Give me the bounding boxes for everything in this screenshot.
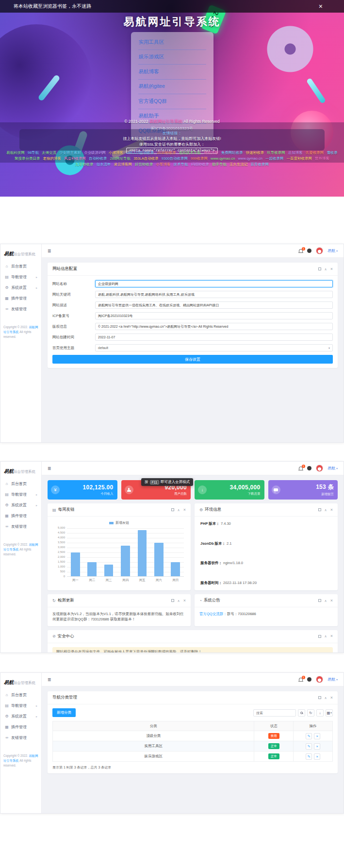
chart-bar[interactable] [121, 546, 130, 576]
collapse-icon[interactable]: ∧ [178, 599, 180, 602]
friend-link-tag[interactable]: 288网址导航 [110, 156, 131, 161]
user-menu[interactable]: 易航▾ [328, 248, 338, 253]
sidebar-item-友链管理[interactable]: ∞友链管理 [0, 303, 41, 314]
sidebar-item-后台首页[interactable]: ⌂后台首页 [0, 689, 41, 700]
friend-link-tag[interactable]: 9300自动收录网 [162, 156, 188, 161]
close-icon[interactable]: × [319, 3, 323, 10]
chart-bar[interactable] [71, 552, 80, 576]
friend-link-tag[interactable]: 似水流年 [97, 162, 111, 167]
sidebar-item-系统设置[interactable]: ⚙系统设置▸ [0, 711, 41, 721]
hamburger-icon[interactable]: ≡ [48, 248, 51, 254]
collapse-icon[interactable]: ∧ [325, 267, 327, 271]
notifications-icon[interactable]: 1 [299, 249, 303, 252]
theme-select[interactable]: default▾ [95, 344, 333, 351]
friend-link-tag[interactable]: 免费网站收录 [221, 150, 243, 155]
stat-card-下载总量[interactable]: ↓34,005,000下载总量 [195, 480, 264, 500]
user-menu[interactable]: 易航▾ [328, 677, 338, 682]
collapse-icon[interactable]: ∧ [325, 634, 327, 638]
friend-link-tag[interactable]: 九零秒收录 [75, 162, 94, 167]
delete-icon[interactable]: × [314, 743, 320, 750]
avatar[interactable] [316, 247, 323, 254]
friend-link-tag[interactable]: 小军博客 [156, 162, 171, 167]
sidebar-item-插件管理[interactable]: ▦插件管理 [0, 721, 41, 732]
search-input[interactable] [253, 709, 296, 717]
edit-icon[interactable]: ✎ [306, 743, 312, 750]
friend-link-tag[interactable]: 999收录网 [191, 156, 208, 161]
friend-link-tag[interactable]: 码呗秒收录 [191, 162, 210, 167]
friend-link-tag[interactable]: 凌云博客网 [114, 162, 132, 167]
save-button[interactable]: 保存设置 [52, 355, 333, 364]
collapse-icon[interactable]: ∧ [325, 599, 327, 602]
avatar[interactable] [316, 676, 323, 683]
close-icon[interactable]: × [330, 634, 333, 638]
friend-link-tag[interactable]: 好货秒收录 [135, 162, 153, 167]
close-icon[interactable]: × [330, 508, 333, 512]
download-icon[interactable]: ↓ [316, 709, 324, 717]
friend-link-tag[interactable]: 太傅交流 [42, 150, 56, 155]
sidebar-item-导航管理[interactable]: ▤导航管理▸ [0, 489, 41, 500]
add-category-button[interactable]: 新增分类 [52, 708, 76, 717]
chart-bar[interactable] [138, 530, 147, 576]
friend-link-tag[interactable]: 助手导航 [212, 162, 227, 167]
close-icon[interactable]: × [183, 599, 186, 603]
sidebar-footer-link[interactable]: 易航网址引导系统 [3, 325, 38, 334]
avatar[interactable] [316, 465, 323, 472]
field-input[interactable] [95, 280, 333, 287]
friend-link-tag[interactable]: 353LA自动收录 [133, 156, 159, 161]
expand-icon[interactable] [318, 696, 321, 699]
sidebar-item-友链管理[interactable]: ∞友链管理 [0, 521, 41, 532]
friend-link-tag[interactable]: 快速秒收录 [246, 150, 264, 155]
friend-link-tag[interactable]: 企业级源码网 [84, 150, 106, 155]
sidebar-item-系统设置[interactable]: ⚙系统设置▸ [0, 500, 41, 510]
friend-link-tag[interactable]: 在线技术导航 [179, 150, 201, 155]
expand-icon[interactable] [318, 508, 321, 511]
search-icon[interactable] [298, 709, 305, 717]
collapse-icon[interactable]: ∧ [325, 696, 327, 700]
hero-menu-item[interactable]: 易航博客 [138, 65, 206, 80]
collapse-icon[interactable]: ∧ [178, 508, 180, 512]
close-icon[interactable]: × [183, 508, 186, 512]
column-header[interactable]: 状态 [254, 721, 294, 731]
field-input[interactable] [95, 312, 333, 319]
chart-bar[interactable] [104, 565, 114, 576]
columns-icon[interactable]: ▦▾ [326, 709, 333, 717]
hamburger-icon[interactable]: ≡ [48, 676, 51, 683]
expand-icon[interactable] [318, 267, 321, 270]
friend-link-tag[interactable]: 小球博客 [109, 150, 123, 155]
stat-card-今日收入[interactable]: ¥102,125.00今日收入 [48, 480, 117, 500]
sidebar-item-后台首页[interactable]: ⌂后台首页 [0, 478, 41, 489]
sidebar-footer-link[interactable]: 易航网址引导系统 [3, 543, 38, 551]
hamburger-icon[interactable]: ≡ [48, 465, 51, 472]
friend-link-tag[interactable]: 一百度秒收录网 [286, 156, 312, 161]
column-header[interactable]: 分类 [53, 721, 254, 731]
friend-link-tag[interactable]: 老狼的博客 [43, 156, 62, 161]
hero-menu-item[interactable]: 官方通QQ群 [138, 94, 206, 109]
stat-card-新增留言[interactable]: 153 条新增留言 [268, 480, 338, 500]
delete-icon[interactable]: × [314, 753, 320, 760]
delete-icon[interactable]: × [314, 733, 320, 739]
notifications-icon[interactable]: 1 [299, 467, 303, 470]
refresh-icon[interactable]: ↻ [307, 709, 314, 717]
friend-link-tag[interactable]: 聚搜录分类目录 [15, 156, 40, 161]
friend-link-tag[interactable]: 技术导航 [174, 162, 188, 167]
hero-menu-item[interactable]: 实用工具区 [138, 35, 206, 50]
field-input[interactable] [95, 291, 333, 298]
close-icon[interactable]: × [330, 599, 333, 603]
sidebar-item-插件管理[interactable]: ▦插件管理 [0, 510, 41, 521]
sidebar-item-系统设置[interactable]: ⚙系统设置▸ [0, 282, 41, 293]
friend-link-tag[interactable]: 总知博客 [288, 150, 303, 155]
friend-link-tag[interactable]: 雪收录 [327, 150, 338, 155]
chart-bar[interactable] [171, 562, 180, 576]
friend-link-tag[interactable]: 一起收录网 [265, 156, 284, 161]
friend-link-tag[interactable]: 98导航 [28, 150, 39, 155]
friend-link-tag[interactable]: 玖导收录网 [267, 150, 285, 155]
friend-link-tag[interactable]: 易航科技网 [6, 150, 25, 155]
qq-group-link[interactable]: 官方QQ交流群： [199, 612, 227, 616]
edit-icon[interactable]: ✎ [306, 753, 312, 760]
close-icon[interactable]: × [330, 267, 333, 271]
friend-link-tag[interactable]: 久爱收录网 [306, 150, 324, 155]
sidebar-item-插件管理[interactable]: ▦插件管理 [0, 293, 41, 303]
friend-link-tag[interactable]: 百青收录网 [251, 162, 269, 167]
chart-bar[interactable] [87, 562, 97, 576]
friend-link-tag[interactable]: 自动秒收录 [89, 156, 107, 161]
